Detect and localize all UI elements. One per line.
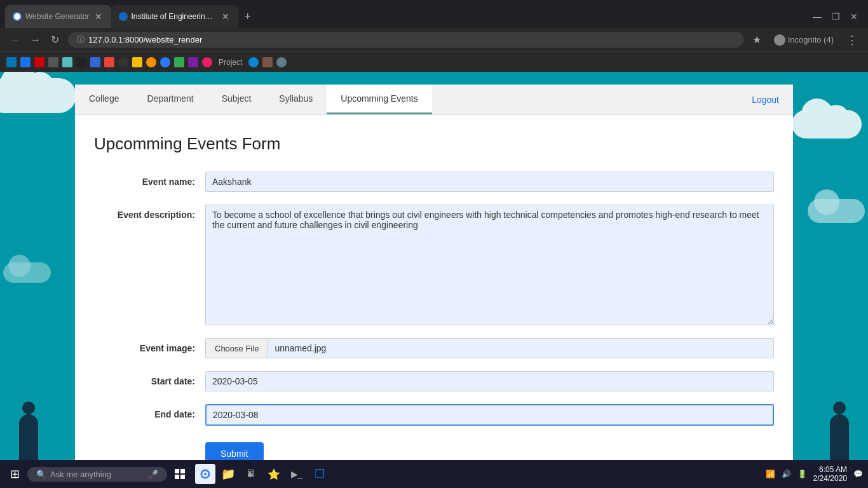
menu-button[interactable]: ⋮ [843, 33, 862, 47]
tab-label-1: Website Generator [25, 12, 90, 21]
address-bar: ← → ↻ ⓘ 127.0.0.1:8000/website_render ★ … [0, 28, 868, 51]
back-button[interactable]: ← [6, 33, 24, 47]
nav-tab-college[interactable]: College [75, 85, 133, 114]
event-name-row: Event name: [94, 172, 774, 192]
tab-close-1[interactable]: ✕ [93, 10, 104, 23]
explorer-taskbar-icon[interactable]: 📁 [218, 464, 238, 484]
bookmark-orange[interactable] [146, 57, 156, 67]
nav-tab-subject[interactable]: Subject [208, 85, 266, 114]
bookmark-project[interactable]: Project [216, 58, 245, 67]
window-controls: — ❐ ✕ [808, 9, 863, 24]
event-image-row: Event image: Choose File unnamed.jpg [94, 338, 774, 358]
page-background: College Department Subject Syllabus Upco… [0, 72, 868, 488]
end-date-label: End date: [94, 404, 205, 419]
bookmark-green[interactable] [174, 57, 184, 67]
bookmark-google[interactable] [20, 57, 31, 67]
event-description-textarea[interactable] [205, 205, 774, 325]
reload-button[interactable]: ↻ [47, 32, 63, 47]
tab-close-2[interactable]: ✕ [220, 10, 231, 23]
file-input-wrapper: Choose File unnamed.jpg [205, 338, 774, 358]
network-icon: 📶 [766, 470, 775, 478]
form-area: Upcomming Events Form Event name: Event … [75, 115, 793, 484]
tab-bar: Website Generator ✕ Institute of Enginee… [0, 0, 868, 28]
taskbar-right: 📶 🔊 🔋 6:05 AM 2/24/2020 💬 [766, 465, 863, 483]
start-button[interactable]: ⊞ [5, 464, 25, 484]
maximize-button[interactable]: ❐ [827, 9, 845, 24]
minimize-button[interactable]: — [808, 9, 827, 24]
browser-tab-1[interactable]: Website Generator ✕ [5, 5, 111, 28]
bookmark-purple[interactable] [188, 57, 198, 67]
end-date-input[interactable] [205, 404, 774, 426]
incognito-indicator: Incognito (4) [770, 34, 837, 46]
volume-icon: 🔊 [782, 470, 791, 478]
taskbar-pinned-apps: 📁 🖩 ⭐ ▶_ ❐ [195, 464, 330, 484]
svg-point-6 [204, 473, 207, 476]
taskbar-search[interactable]: 🔍 Ask me anything 🎤 [27, 467, 167, 482]
browser-tab-2[interactable]: Institute of Engineering and Tech... ✕ [111, 5, 238, 28]
bookmark-dark[interactable] [76, 57, 86, 67]
bookmark-brown[interactable] [262, 57, 273, 67]
bookmark-linkedin[interactable] [6, 57, 17, 67]
main-card: College Department Subject Syllabus Upco… [75, 85, 793, 484]
bookmark-pink[interactable] [202, 57, 212, 67]
nav-tab-syllabus[interactable]: Syllabus [265, 85, 327, 114]
bookmark-circle[interactable] [118, 57, 128, 67]
chrome-taskbar-icon[interactable] [195, 464, 215, 484]
url-bar[interactable]: ⓘ 127.0.0.1:8000/website_render [68, 32, 743, 48]
terminal-taskbar-icon[interactable]: ▶_ [287, 464, 307, 484]
vscode-taskbar-icon[interactable]: ❐ [309, 464, 330, 484]
svg-rect-3 [180, 475, 185, 479]
logout-link[interactable]: Logout [738, 86, 793, 114]
bookmark-blue[interactable] [90, 57, 100, 67]
taskbar: ⊞ 🔍 Ask me anything 🎤 📁 🖩 ⭐ ▶_ ❐ 📶 🔊 🔋 [0, 460, 868, 488]
choose-file-button[interactable]: Choose File [206, 339, 268, 358]
notification-icon[interactable]: 💬 [853, 470, 863, 478]
silhouette-left [19, 414, 38, 465]
tab-favicon-1 [13, 12, 22, 21]
forward-button[interactable]: → [27, 33, 44, 47]
start-date-input[interactable] [205, 371, 774, 391]
battery-icon: 🔋 [797, 470, 807, 478]
lock-icon: ⓘ [77, 34, 85, 45]
bookmark-grey2[interactable] [276, 57, 287, 67]
bookmark-grey[interactable] [48, 57, 58, 67]
cloud-left-top [0, 78, 76, 113]
cloud-left-mid [3, 262, 51, 283]
nav-buttons: ← → ↻ [6, 32, 63, 47]
bookmarks-bar: Project [0, 51, 868, 72]
form-title: Upcomming Events Form [94, 134, 774, 154]
bookmark-red1[interactable] [34, 57, 44, 67]
navigation-tabs: College Department Subject Syllabus Upco… [75, 85, 793, 115]
bookmark-teal[interactable] [62, 57, 72, 67]
calculator-taskbar-icon[interactable]: 🖩 [241, 464, 261, 484]
task-view-button[interactable] [170, 464, 190, 484]
cloud-right-mid [808, 199, 865, 223]
nav-tab-events[interactable]: Upcomming Events [327, 85, 431, 114]
event-name-input[interactable] [205, 172, 774, 192]
new-tab-button[interactable]: + [238, 8, 258, 26]
bookmark-cyan[interactable] [248, 57, 259, 67]
close-button[interactable]: ✕ [845, 9, 863, 24]
browser-chrome: Website Generator ✕ Institute of Enginee… [0, 0, 868, 72]
mic-icon: 🎤 [148, 470, 158, 479]
end-date-row: End date: [94, 404, 774, 426]
start-date-row: Start date: [94, 371, 774, 391]
taskbar-date-display: 2/24/2020 [813, 474, 847, 483]
start-date-label: Start date: [94, 371, 205, 386]
event-image-label: Event image: [94, 338, 205, 353]
store-taskbar-icon[interactable]: ⭐ [264, 464, 284, 484]
event-description-label: Event description: [94, 205, 205, 220]
search-icon: 🔍 [36, 470, 46, 479]
nav-tab-department[interactable]: Department [133, 85, 207, 114]
taskbar-datetime: 6:05 AM 2/24/2020 [813, 465, 847, 483]
taskbar-time-display: 6:05 AM [813, 465, 847, 474]
bookmark-yellow[interactable] [132, 57, 142, 67]
file-name-display: unnamed.jpg [268, 339, 332, 358]
event-description-row: Event description: [94, 205, 774, 325]
bookmark-star-icon[interactable]: ★ [749, 34, 765, 46]
bookmark-blue2[interactable] [160, 57, 170, 67]
tab-favicon-2 [119, 12, 128, 21]
bookmark-red2[interactable] [104, 57, 114, 67]
svg-rect-1 [180, 469, 185, 473]
tab-label-2: Institute of Engineering and Tech... [132, 12, 217, 21]
